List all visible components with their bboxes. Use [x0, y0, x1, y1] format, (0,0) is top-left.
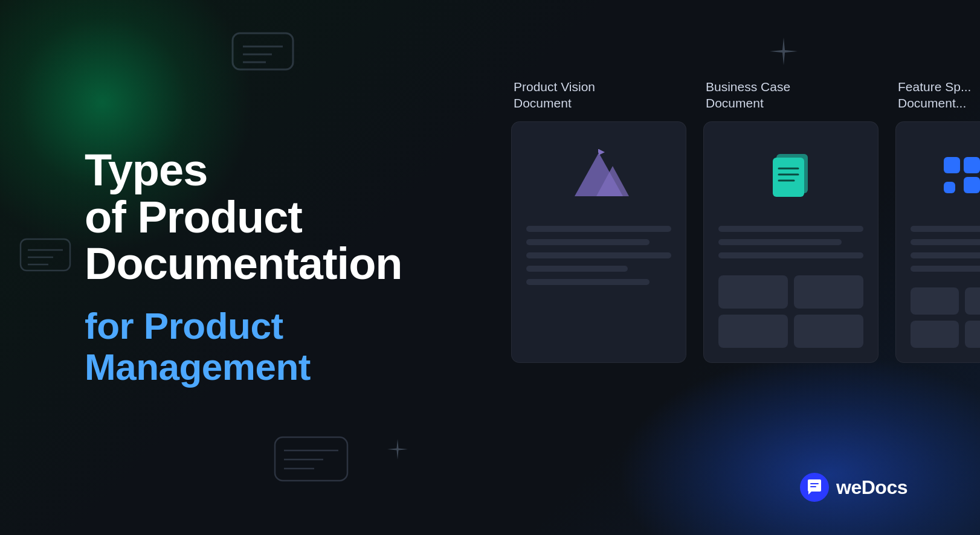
svg-rect-4 [21, 239, 70, 271]
wedocs-icon [800, 473, 829, 502]
card-line [526, 279, 650, 285]
card-line [911, 226, 980, 232]
card-block [911, 321, 959, 348]
card-line [718, 252, 863, 258]
card-3-lines [911, 226, 980, 273]
left-content-area: Types of Product Documentation for Produ… [85, 147, 417, 388]
sparkle-icon-1 [769, 36, 799, 69]
card-2-grid [718, 275, 863, 348]
feature-grid-cell [944, 182, 955, 193]
wedocs-logo: weDocs [800, 473, 907, 502]
svg-rect-17 [773, 158, 804, 197]
card-2-lines [718, 226, 863, 261]
card-line [911, 252, 980, 258]
feature-grid-cell [964, 157, 980, 173]
subtitle: for Product Management [85, 306, 417, 388]
card-line [526, 252, 671, 258]
card-line [526, 266, 628, 272]
blue-glow [617, 354, 980, 535]
card-line [718, 226, 863, 232]
card-line [718, 239, 842, 245]
card-1-lines [526, 226, 671, 348]
card-2-icon-area [718, 139, 863, 211]
card-block [965, 287, 980, 315]
background: Types of Product Documentation for Produ… [0, 0, 980, 535]
svg-rect-0 [233, 33, 293, 69]
deco-doc-icon-3 [272, 432, 350, 487]
card-2-label: Business Case Document [703, 78, 878, 112]
card-1-label: Product Vision Document [511, 78, 686, 112]
card-line [526, 226, 671, 232]
svg-rect-8 [275, 437, 347, 481]
feature-grid-icon [944, 157, 980, 193]
card-line [911, 266, 980, 272]
doc-stack-icon [767, 149, 815, 200]
mountain-icon [566, 148, 632, 202]
card-3-label: Feature Sp... Document... [895, 78, 980, 112]
sparkle-icon-2 [387, 438, 408, 463]
deco-doc-icon-2 [18, 235, 73, 275]
card-1-icon-area [526, 139, 671, 211]
card-block [718, 315, 788, 348]
wedocs-brand-name: weDocs [836, 476, 907, 499]
card-line [526, 239, 650, 245]
card-block [718, 275, 788, 309]
card-3-body [895, 121, 980, 363]
card-3-grid [911, 287, 980, 348]
card-block [794, 315, 863, 348]
card-block [965, 321, 980, 348]
feature-grid-cell [944, 157, 960, 173]
card-line [911, 239, 980, 245]
card-business-case: Business Case Document [703, 78, 878, 363]
card-block [794, 275, 863, 309]
card-feature-spec: Feature Sp... Document... [895, 78, 980, 363]
card-3-icon-area [911, 139, 980, 211]
card-1-body [511, 121, 686, 363]
card-2-body [703, 121, 878, 363]
svg-marker-15 [599, 149, 605, 155]
card-product-vision: Product Vision Document [511, 78, 686, 363]
cards-area: Product Vision Document [511, 78, 980, 363]
feature-grid-cell [964, 177, 980, 193]
card-block [911, 287, 959, 315]
wedocs-icon-svg [805, 478, 824, 496]
deco-doc-icon-1 [230, 27, 296, 75]
main-title: Types of Product Documentation [85, 147, 417, 287]
